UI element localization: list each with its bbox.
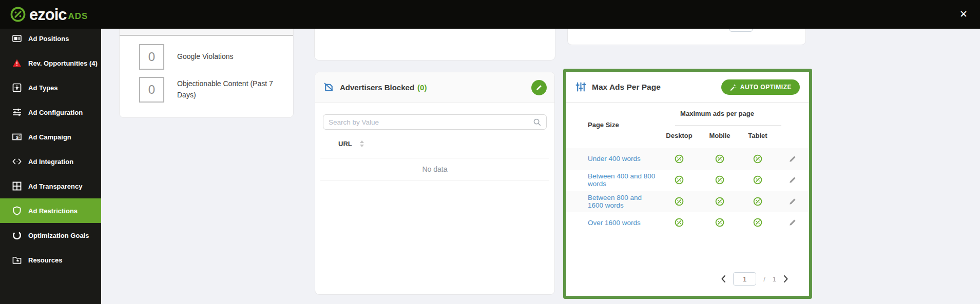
sidebar-item-label: Optimization Goals bbox=[28, 232, 89, 239]
warning-triangle-icon bbox=[12, 58, 22, 68]
close-icon[interactable]: ✕ bbox=[957, 7, 970, 21]
tablet-column-header: Tablet bbox=[740, 132, 776, 139]
next-page-icon[interactable] bbox=[783, 275, 789, 283]
sidebar-item-label: Ad Configuration bbox=[28, 109, 83, 116]
page-size-header: Page Size bbox=[588, 121, 619, 129]
gear-square-icon bbox=[12, 83, 22, 92]
ezoic-auto-icon bbox=[715, 154, 724, 164]
table-row-400-800: Between 400 and 800 words bbox=[566, 170, 809, 191]
divider bbox=[675, 125, 781, 126]
ad-positions-icon bbox=[12, 34, 22, 43]
page-size-link[interactable]: Between 800 and 1600 words bbox=[566, 194, 659, 209]
max-ads-per-page-card: Max Ads Per Page AUTO OPTIMIZE Page Size… bbox=[563, 69, 812, 299]
max-ads-pagination: / 1 bbox=[721, 272, 789, 286]
auto-optimize-label: AUTO OPTIMIZE bbox=[740, 84, 792, 91]
mobile-column-header: Mobile bbox=[700, 132, 740, 139]
url-column-header: URL bbox=[315, 130, 554, 158]
page-size-link[interactable]: Under 400 words bbox=[566, 155, 659, 163]
empty-state-text: No data bbox=[315, 158, 554, 180]
table-row-over-1600: Over 1600 words bbox=[566, 212, 809, 234]
advertisers-blocked-card: Advertisers Blocked (0) URL No data bbox=[315, 72, 555, 295]
google-violations-count: 0 bbox=[139, 44, 164, 70]
search-input[interactable] bbox=[329, 118, 533, 126]
max-ads-sliders-icon bbox=[575, 82, 586, 92]
sort-asc-icon[interactable] bbox=[360, 140, 364, 143]
ezoic-auto-icon bbox=[753, 197, 762, 206]
advertisers-blocked-title: Advertisers Blocked bbox=[340, 83, 414, 92]
sidebar-item-ad-campaign[interactable]: $ Ad Campaign bbox=[0, 125, 101, 149]
sidebar-item-ad-types[interactable]: Ad Types bbox=[0, 75, 101, 100]
max-ads-table-header: Page Size Maximum ads per page Desktop M… bbox=[566, 103, 809, 148]
search-icon[interactable] bbox=[533, 118, 541, 126]
svg-text:$: $ bbox=[16, 134, 19, 140]
auto-optimize-button[interactable]: AUTO OPTIMIZE bbox=[721, 79, 800, 95]
edit-row-icon[interactable] bbox=[789, 218, 797, 227]
advertisers-blocked-count: (0) bbox=[417, 83, 427, 92]
ezoic-auto-icon bbox=[715, 197, 724, 206]
edit-row-icon[interactable] bbox=[789, 197, 797, 206]
code-icon bbox=[12, 157, 22, 166]
sidebar-item-ad-restrictions[interactable]: Ad Restrictions bbox=[0, 198, 101, 223]
page-size-link[interactable]: Over 1600 words bbox=[566, 219, 659, 227]
sidebar-item-label: Ad Transparency bbox=[28, 183, 83, 190]
sidebar-item-label: Ad Types bbox=[28, 84, 58, 92]
max-ads-header: Max Ads Per Page AUTO OPTIMIZE bbox=[566, 72, 809, 103]
progress-ring-icon bbox=[12, 231, 22, 240]
sort-desc-icon[interactable] bbox=[360, 145, 364, 147]
sidebar-item-label: Ad Campaign bbox=[28, 133, 71, 141]
ezoic-auto-icon bbox=[753, 175, 762, 185]
sidebar-item-ad-configuration[interactable]: Ad Configuration bbox=[0, 100, 101, 125]
pencil-icon bbox=[535, 84, 543, 91]
ezoic-auto-icon bbox=[753, 218, 762, 227]
sidebar-item-label: Rev. Opportunities (4) bbox=[28, 59, 98, 67]
topbar: ezoic ADS ✕ bbox=[0, 0, 980, 29]
shield-icon bbox=[12, 206, 22, 215]
ezoic-ads-logo: ezoic ADS bbox=[10, 7, 88, 23]
sidebar-item-label: Ad Restrictions bbox=[28, 207, 78, 215]
divider bbox=[320, 180, 549, 180]
max-ads-title: Max Ads Per Page bbox=[592, 83, 661, 92]
url-header-label: URL bbox=[338, 140, 352, 148]
max-ads-group-header: Maximum ads per page bbox=[659, 110, 776, 117]
sort-carets[interactable] bbox=[360, 140, 364, 147]
magic-wand-icon bbox=[729, 84, 737, 91]
ezoic-auto-icon bbox=[753, 154, 762, 164]
sidebar-item-label: Resources bbox=[28, 256, 62, 264]
sidebar-item-label: Ad Integration bbox=[28, 158, 73, 166]
sidebar-item-optimization-goals[interactable]: Optimization Goals bbox=[0, 223, 101, 248]
sidebar-item-ad-integration[interactable]: Ad Integration bbox=[0, 149, 101, 174]
dollar-card-icon: $ bbox=[12, 132, 22, 141]
sliders-icon bbox=[12, 108, 22, 117]
ezoic-auto-icon bbox=[675, 197, 684, 206]
edit-row-icon[interactable] bbox=[789, 176, 797, 184]
sidebar: Ad Positions Rev. Opportunities (4) Ad T… bbox=[0, 29, 101, 304]
advertiser-blocked-icon bbox=[323, 82, 335, 93]
brand-name: ezoic bbox=[29, 7, 67, 23]
page-number-input[interactable] bbox=[733, 272, 756, 286]
page-total: 1 bbox=[773, 275, 776, 283]
page-separator: / bbox=[763, 275, 765, 283]
google-violations-label: Google Violations bbox=[177, 51, 289, 63]
advertisers-blocked-header: Advertisers Blocked (0) bbox=[315, 72, 554, 103]
objectionable-content-count: 0 bbox=[139, 77, 164, 103]
sidebar-item-resources[interactable]: Resources bbox=[0, 248, 101, 272]
objectionable-content-row: 0 Objectionable Content (Past 7 Days) bbox=[139, 77, 293, 103]
google-violations-row: 0 Google Violations bbox=[139, 44, 293, 70]
sidebar-item-rev-opportunities[interactable]: Rev. Opportunities (4) bbox=[0, 51, 101, 75]
sidebar-item-ad-positions[interactable]: Ad Positions bbox=[0, 26, 101, 51]
sidebar-item-ad-transparency[interactable]: Ad Transparency bbox=[0, 174, 101, 198]
prev-page-icon[interactable] bbox=[721, 275, 726, 283]
grid-icon bbox=[12, 181, 22, 191]
ezoic-auto-icon bbox=[675, 175, 684, 185]
ezoic-auto-icon bbox=[675, 154, 684, 164]
edit-advertisers-button[interactable] bbox=[531, 80, 547, 95]
folder-star-icon bbox=[12, 255, 22, 265]
edit-row-icon[interactable] bbox=[789, 155, 797, 163]
sidebar-item-label: Ad Positions bbox=[28, 35, 69, 43]
desktop-column-header: Desktop bbox=[659, 132, 700, 139]
ezoic-logo-icon bbox=[10, 7, 26, 22]
brand-suffix: ADS bbox=[68, 11, 88, 22]
page-size-link[interactable]: Between 400 and 800 words bbox=[566, 172, 659, 188]
ezoic-auto-icon bbox=[715, 175, 724, 185]
ezoic-auto-icon bbox=[675, 218, 684, 227]
